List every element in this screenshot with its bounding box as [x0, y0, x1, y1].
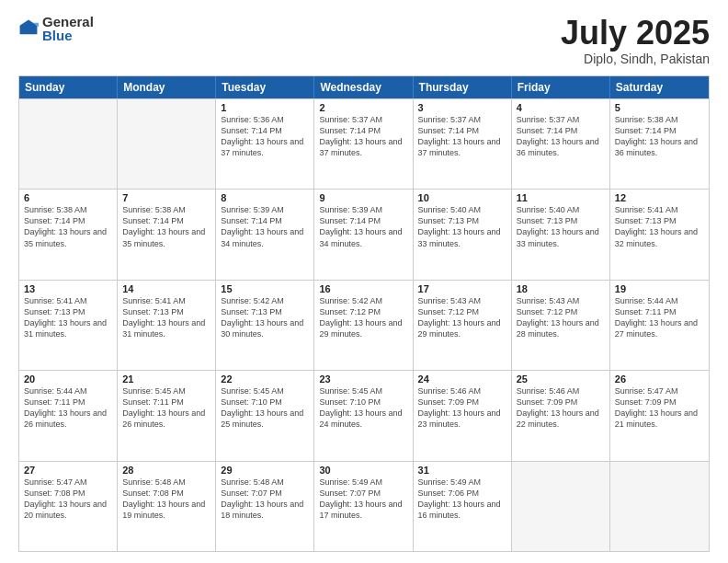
calendar-week-4: 20Sunrise: 5:44 AM Sunset: 7:11 PM Dayli…	[19, 370, 709, 460]
logo-text: General Blue	[42, 15, 94, 42]
day-info: Sunrise: 5:48 AM Sunset: 7:08 PM Dayligh…	[122, 477, 210, 522]
calendar-week-3: 13Sunrise: 5:41 AM Sunset: 7:13 PM Dayli…	[19, 280, 709, 370]
day-info: Sunrise: 5:45 AM Sunset: 7:10 PM Dayligh…	[221, 385, 309, 431]
day-info: Sunrise: 5:41 AM Sunset: 7:13 PM Dayligh…	[122, 295, 210, 340]
day-number: 11	[517, 192, 605, 203]
day-info: Sunrise: 5:49 AM Sunset: 7:07 PM Dayligh…	[319, 477, 407, 522]
cal-cell-w2-d1: 6Sunrise: 5:38 AM Sunset: 7:14 PM Daylig…	[19, 190, 118, 279]
cal-cell-w4-d3: 22Sunrise: 5:45 AM Sunset: 7:10 PM Dayli…	[216, 371, 314, 460]
logo-icon	[18, 18, 39, 39]
calendar-location: Diplo, Sindh, Pakistan	[561, 52, 710, 66]
header-tuesday: Tuesday	[216, 76, 314, 98]
day-info: Sunrise: 5:40 AM Sunset: 7:13 PM Dayligh…	[418, 204, 506, 249]
day-info: Sunrise: 5:36 AM Sunset: 7:14 PM Dayligh…	[221, 114, 309, 159]
cal-cell-w1-d4: 2Sunrise: 5:37 AM Sunset: 7:14 PM Daylig…	[314, 99, 413, 189]
cal-cell-w1-d5: 3Sunrise: 5:37 AM Sunset: 7:14 PM Daylig…	[414, 99, 512, 189]
day-number: 28	[122, 465, 210, 476]
day-info: Sunrise: 5:41 AM Sunset: 7:13 PM Dayligh…	[615, 204, 704, 249]
day-info: Sunrise: 5:46 AM Sunset: 7:09 PM Dayligh…	[418, 385, 506, 431]
day-number: 14	[122, 283, 210, 294]
cal-cell-w1-d1	[19, 99, 118, 189]
calendar-week-1: 1Sunrise: 5:36 AM Sunset: 7:14 PM Daylig…	[19, 98, 709, 189]
day-number: 8	[221, 192, 309, 203]
day-number: 2	[319, 102, 407, 113]
cal-cell-w5-d7	[610, 462, 709, 551]
day-number: 12	[615, 192, 704, 203]
day-number: 29	[221, 465, 309, 476]
cal-cell-w1-d7: 5Sunrise: 5:38 AM Sunset: 7:14 PM Daylig…	[610, 99, 709, 189]
cal-cell-w3-d1: 13Sunrise: 5:41 AM Sunset: 7:13 PM Dayli…	[19, 281, 118, 370]
day-number: 20	[24, 373, 112, 385]
cal-cell-w2-d6: 11Sunrise: 5:40 AM Sunset: 7:13 PM Dayli…	[512, 190, 610, 279]
day-number: 13	[24, 283, 112, 294]
day-info: Sunrise: 5:38 AM Sunset: 7:14 PM Dayligh…	[615, 114, 704, 159]
day-number: 23	[319, 373, 407, 385]
day-info: Sunrise: 5:37 AM Sunset: 7:14 PM Dayligh…	[319, 114, 407, 159]
day-number: 17	[418, 283, 506, 294]
day-number: 10	[418, 192, 506, 203]
day-info: Sunrise: 5:43 AM Sunset: 7:12 PM Dayligh…	[418, 295, 506, 340]
page: General Blue July 2025 Diplo, Sindh, Pak…	[0, 0, 728, 563]
day-info: Sunrise: 5:43 AM Sunset: 7:12 PM Dayligh…	[517, 295, 605, 340]
day-number: 19	[615, 283, 704, 294]
day-number: 30	[319, 465, 407, 476]
header-monday: Monday	[118, 76, 216, 98]
day-info: Sunrise: 5:38 AM Sunset: 7:14 PM Dayligh…	[24, 204, 112, 249]
day-info: Sunrise: 5:48 AM Sunset: 7:07 PM Dayligh…	[221, 477, 309, 522]
day-info: Sunrise: 5:44 AM Sunset: 7:11 PM Dayligh…	[24, 385, 112, 431]
cal-cell-w2-d5: 10Sunrise: 5:40 AM Sunset: 7:13 PM Dayli…	[414, 190, 512, 279]
header-saturday: Saturday	[610, 76, 709, 98]
day-number: 9	[319, 192, 407, 203]
day-info: Sunrise: 5:37 AM Sunset: 7:14 PM Dayligh…	[517, 114, 605, 159]
cal-cell-w3-d6: 18Sunrise: 5:43 AM Sunset: 7:12 PM Dayli…	[512, 281, 610, 370]
header-thursday: Thursday	[414, 76, 512, 98]
day-number: 25	[517, 373, 605, 385]
cal-cell-w4-d6: 25Sunrise: 5:46 AM Sunset: 7:09 PM Dayli…	[512, 371, 610, 460]
day-info: Sunrise: 5:39 AM Sunset: 7:14 PM Dayligh…	[319, 204, 407, 249]
logo: General Blue	[18, 15, 94, 42]
cal-cell-w3-d5: 17Sunrise: 5:43 AM Sunset: 7:12 PM Dayli…	[414, 281, 512, 370]
day-number: 7	[122, 192, 210, 203]
day-info: Sunrise: 5:42 AM Sunset: 7:13 PM Dayligh…	[221, 295, 309, 340]
day-info: Sunrise: 5:47 AM Sunset: 7:09 PM Dayligh…	[615, 385, 704, 431]
cal-cell-w2-d7: 12Sunrise: 5:41 AM Sunset: 7:13 PM Dayli…	[610, 190, 709, 279]
cal-cell-w2-d2: 7Sunrise: 5:38 AM Sunset: 7:14 PM Daylig…	[118, 190, 216, 279]
cal-cell-w3-d4: 16Sunrise: 5:42 AM Sunset: 7:12 PM Dayli…	[314, 281, 413, 370]
day-info: Sunrise: 5:37 AM Sunset: 7:14 PM Dayligh…	[418, 114, 506, 159]
cal-cell-w2-d4: 9Sunrise: 5:39 AM Sunset: 7:14 PM Daylig…	[314, 190, 413, 279]
cal-cell-w1-d6: 4Sunrise: 5:37 AM Sunset: 7:14 PM Daylig…	[512, 99, 610, 189]
cal-cell-w5-d4: 30Sunrise: 5:49 AM Sunset: 7:07 PM Dayli…	[314, 462, 413, 551]
cal-cell-w5-d1: 27Sunrise: 5:47 AM Sunset: 7:08 PM Dayli…	[19, 462, 118, 551]
day-number: 18	[517, 283, 605, 294]
calendar-title: July 2025	[561, 15, 710, 52]
day-info: Sunrise: 5:46 AM Sunset: 7:09 PM Dayligh…	[517, 385, 605, 431]
cal-cell-w5-d6	[512, 462, 610, 551]
header-wednesday: Wednesday	[314, 76, 413, 98]
calendar-header: Sunday Monday Tuesday Wednesday Thursday…	[19, 76, 709, 98]
cal-cell-w1-d2	[118, 99, 216, 189]
day-info: Sunrise: 5:47 AM Sunset: 7:08 PM Dayligh…	[24, 477, 112, 522]
day-info: Sunrise: 5:41 AM Sunset: 7:13 PM Dayligh…	[24, 295, 112, 340]
svg-marker-0	[20, 20, 38, 35]
cal-cell-w4-d4: 23Sunrise: 5:45 AM Sunset: 7:10 PM Dayli…	[314, 371, 413, 460]
cal-cell-w5-d2: 28Sunrise: 5:48 AM Sunset: 7:08 PM Dayli…	[118, 462, 216, 551]
cal-cell-w3-d7: 19Sunrise: 5:44 AM Sunset: 7:11 PM Dayli…	[610, 281, 709, 370]
cal-cell-w4-d2: 21Sunrise: 5:45 AM Sunset: 7:11 PM Dayli…	[118, 371, 216, 460]
logo-general-text: General	[42, 15, 94, 29]
calendar: Sunday Monday Tuesday Wednesday Thursday…	[18, 75, 710, 552]
day-number: 15	[221, 283, 309, 294]
day-info: Sunrise: 5:38 AM Sunset: 7:14 PM Dayligh…	[122, 204, 210, 249]
day-number: 21	[122, 373, 210, 385]
cal-cell-w4-d7: 26Sunrise: 5:47 AM Sunset: 7:09 PM Dayli…	[610, 371, 709, 460]
calendar-body: 1Sunrise: 5:36 AM Sunset: 7:14 PM Daylig…	[19, 98, 709, 551]
day-info: Sunrise: 5:49 AM Sunset: 7:06 PM Dayligh…	[418, 477, 506, 522]
day-number: 27	[24, 465, 112, 476]
calendar-week-5: 27Sunrise: 5:47 AM Sunset: 7:08 PM Dayli…	[19, 461, 709, 551]
calendar-week-2: 6Sunrise: 5:38 AM Sunset: 7:14 PM Daylig…	[19, 189, 709, 279]
cal-cell-w1-d3: 1Sunrise: 5:36 AM Sunset: 7:14 PM Daylig…	[216, 99, 314, 189]
header-sunday: Sunday	[19, 76, 118, 98]
day-info: Sunrise: 5:42 AM Sunset: 7:12 PM Dayligh…	[319, 295, 407, 340]
cal-cell-w5-d3: 29Sunrise: 5:48 AM Sunset: 7:07 PM Dayli…	[216, 462, 314, 551]
day-number: 26	[615, 373, 704, 385]
header-friday: Friday	[512, 76, 610, 98]
